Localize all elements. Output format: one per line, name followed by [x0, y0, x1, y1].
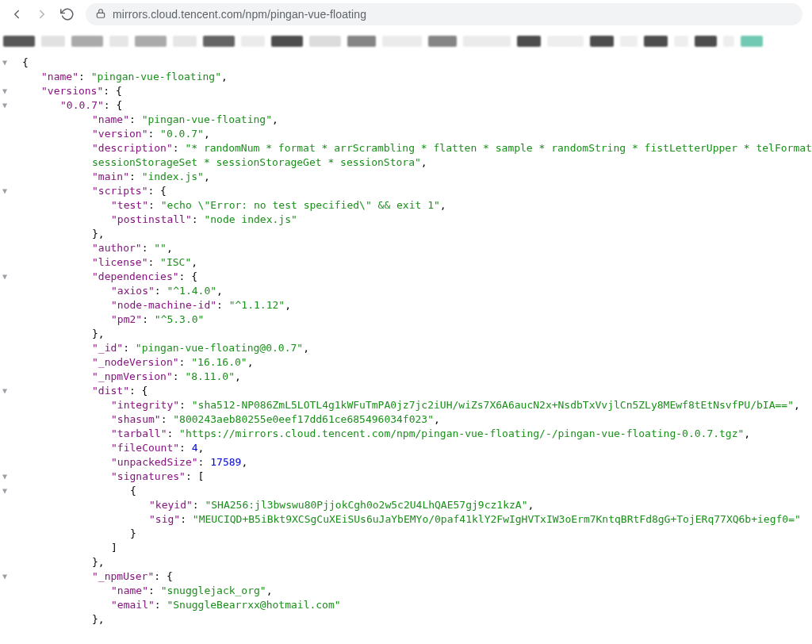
json-string: "pingan-vue-floating": [91, 71, 221, 82]
address-bar[interactable]: mirrors.cloud.tencent.com/npm/pingan-vue…: [86, 3, 802, 25]
toggle-icon[interactable]: ▼: [0, 470, 10, 484]
back-button[interactable]: [10, 7, 24, 21]
toggle-icon[interactable]: ▼: [0, 384, 10, 398]
svg-rect-0: [97, 13, 104, 17]
toggle-icon[interactable]: ▼: [0, 569, 10, 584]
lock-icon: [95, 8, 106, 21]
json-key: "versions": [41, 85, 103, 97]
toggle-icon[interactable]: ▼: [0, 484, 10, 498]
reload-button[interactable]: [60, 7, 75, 21]
browser-toolbar: mirrors.cloud.tencent.com/npm/pingan-vue…: [0, 0, 812, 29]
window: mirrors.cloud.tencent.com/npm/pingan-vue…: [0, 0, 812, 644]
toggle-icon[interactable]: ▼: [0, 98, 10, 113]
json-viewer: ▼{ "name": "pingan-vue-floating", ▼"vers…: [0, 51, 812, 627]
json-number: 4: [192, 442, 198, 454]
forward-button[interactable]: [35, 7, 49, 21]
toggle-icon[interactable]: ▼: [0, 84, 10, 98]
toggle-icon[interactable]: ▼: [0, 184, 10, 198]
json-key: "0.0.7": [60, 99, 104, 111]
url-text: mirrors.cloud.tencent.com/npm/pingan-vue…: [113, 8, 366, 21]
bookmarks-bar: [0, 32, 812, 51]
json-key: "name": [41, 71, 79, 82]
brace: {: [22, 56, 29, 68]
toggle-icon[interactable]: ▼: [0, 56, 10, 70]
toggle-icon[interactable]: ▼: [0, 270, 10, 284]
